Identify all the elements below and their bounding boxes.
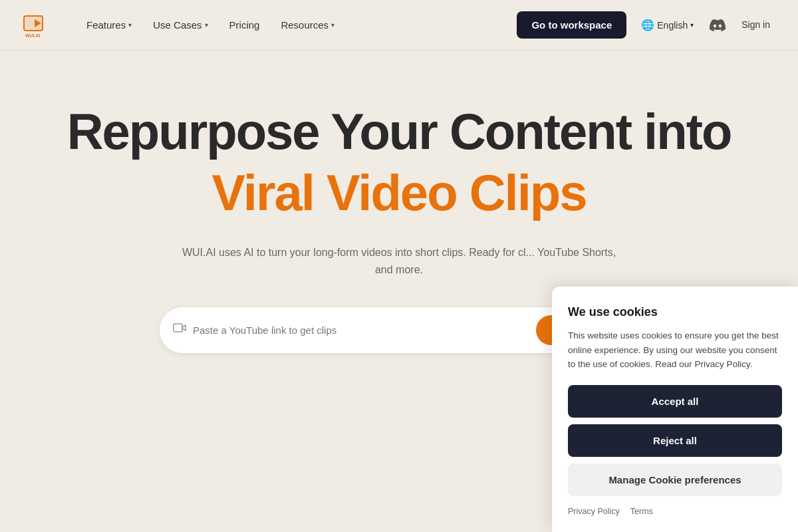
privacy-policy-link[interactable]: Privacy Policy xyxy=(568,507,620,516)
cookie-footer: Privacy Policy Terms xyxy=(568,507,782,516)
language-selector[interactable]: 🌐 English ▾ xyxy=(634,15,700,35)
nav-pricing[interactable]: Pricing xyxy=(220,14,269,36)
nav-right: Go to workspace 🌐 English ▾ Sign in xyxy=(517,11,777,39)
svg-rect-5 xyxy=(174,324,182,332)
youtube-link-input[interactable] xyxy=(193,325,536,336)
cookie-banner: We use cookies This website uses cookies… xyxy=(552,287,798,532)
cookie-title: We use cookies xyxy=(568,305,782,319)
resources-chevron-icon: ▾ xyxy=(331,21,334,29)
manage-cookie-prefs-button[interactable]: Manage Cookie preferences xyxy=(568,464,782,496)
nav-use-cases[interactable]: Use Cases ▾ xyxy=(144,14,217,36)
logo-icon: WUI.AI xyxy=(21,11,51,40)
sign-in-button[interactable]: Sign in xyxy=(735,15,777,35)
nav-features[interactable]: Features ▾ xyxy=(77,14,141,36)
nav-resources[interactable]: Resources ▾ xyxy=(271,14,344,36)
video-icon xyxy=(173,322,186,338)
navbar: WUI.AI Features ▾ Use Cases ▾ Pricing Re… xyxy=(0,0,798,51)
reject-all-button[interactable]: Reject all xyxy=(568,424,782,457)
hero-subtitle: WUI.AI uses AI to turn your long-form vi… xyxy=(180,244,618,278)
use-cases-chevron-icon: ▾ xyxy=(205,21,208,29)
discord-icon[interactable] xyxy=(708,16,727,35)
hero-title-line2: Viral Video Clips xyxy=(212,165,587,221)
svg-text:WUI.AI: WUI.AI xyxy=(25,33,41,38)
language-chevron-icon: ▾ xyxy=(690,21,694,29)
logo[interactable]: WUI.AI xyxy=(21,11,51,40)
accept-all-button[interactable]: Accept all xyxy=(568,385,782,418)
globe-icon: 🌐 xyxy=(641,19,654,31)
hero-title-line1: Repurpose Your Content into xyxy=(67,104,732,160)
terms-link[interactable]: Terms xyxy=(630,507,653,516)
workspace-button[interactable]: Go to workspace xyxy=(517,11,626,39)
features-chevron-icon: ▾ xyxy=(128,21,132,29)
nav-links: Features ▾ Use Cases ▾ Pricing Resources… xyxy=(77,14,517,36)
cookie-body: This website uses cookies to ensure you … xyxy=(568,329,782,372)
